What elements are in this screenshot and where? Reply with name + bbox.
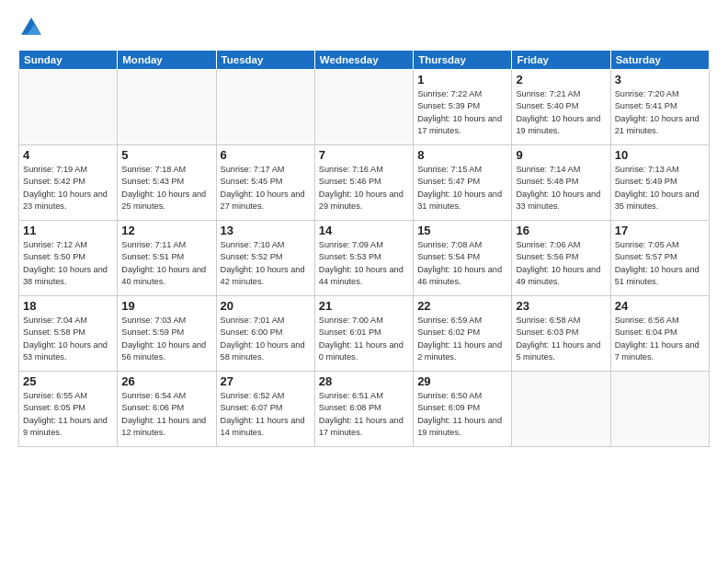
day-number: 4 [23, 148, 113, 162]
weekday-header-wednesday: Wednesday [314, 51, 413, 70]
day-number: 1 [417, 73, 507, 86]
calendar-cell [216, 70, 314, 145]
weekday-header-tuesday: Tuesday [216, 51, 314, 70]
day-number: 22 [417, 299, 507, 313]
calendar-cell: 8Sunrise: 7:15 AM Sunset: 5:47 PM Daylig… [414, 145, 512, 221]
day-info: Sunrise: 7:11 AM Sunset: 5:51 PM Dayligh… [121, 239, 211, 288]
calendar-cell: 28Sunrise: 6:51 AM Sunset: 6:08 PM Dayli… [314, 372, 413, 447]
weekday-header-friday: Friday [512, 51, 610, 70]
day-info: Sunrise: 6:55 AM Sunset: 6:05 PM Dayligh… [23, 390, 113, 439]
day-number: 3 [615, 73, 705, 86]
day-info: Sunrise: 7:22 AM Sunset: 5:39 PM Dayligh… [417, 88, 507, 137]
calendar-cell [512, 372, 610, 447]
day-info: Sunrise: 6:50 AM Sunset: 6:09 PM Dayligh… [417, 390, 507, 439]
calendar-cell: 1Sunrise: 7:22 AM Sunset: 5:39 PM Daylig… [414, 70, 512, 145]
week-row-3: 18Sunrise: 7:04 AM Sunset: 5:58 PM Dayli… [19, 296, 710, 372]
day-number: 12 [121, 224, 211, 237]
day-number: 27 [221, 374, 311, 388]
day-info: Sunrise: 7:01 AM Sunset: 6:00 PM Dayligh… [221, 315, 311, 363]
day-number: 14 [319, 224, 409, 237]
day-info: Sunrise: 7:00 AM Sunset: 6:01 PM Dayligh… [319, 315, 409, 363]
day-info: Sunrise: 7:08 AM Sunset: 5:54 PM Dayligh… [417, 239, 507, 288]
weekday-header-row: SundayMondayTuesdayWednesdayThursdayFrid… [19, 51, 710, 70]
day-number: 20 [221, 299, 311, 313]
day-info: Sunrise: 6:54 AM Sunset: 6:06 PM Dayligh… [121, 390, 211, 439]
week-row-4: 25Sunrise: 6:55 AM Sunset: 6:05 PM Dayli… [19, 372, 710, 447]
day-number: 2 [516, 73, 606, 86]
calendar-cell: 17Sunrise: 7:05 AM Sunset: 5:57 PM Dayli… [610, 221, 709, 296]
day-info: Sunrise: 7:12 AM Sunset: 5:50 PM Dayligh… [23, 239, 113, 288]
day-info: Sunrise: 6:59 AM Sunset: 6:02 PM Dayligh… [417, 315, 507, 363]
calendar-cell: 6Sunrise: 7:17 AM Sunset: 5:45 PM Daylig… [216, 145, 314, 221]
day-number: 11 [23, 224, 113, 237]
day-info: Sunrise: 7:14 AM Sunset: 5:48 PM Dayligh… [516, 164, 606, 213]
day-info: Sunrise: 7:21 AM Sunset: 5:40 PM Dayligh… [516, 88, 606, 137]
day-info: Sunrise: 6:51 AM Sunset: 6:08 PM Dayligh… [319, 390, 409, 439]
weekday-header-saturday: Saturday [610, 51, 709, 70]
calendar-cell: 3Sunrise: 7:20 AM Sunset: 5:41 PM Daylig… [610, 70, 709, 145]
calendar-cell: 20Sunrise: 7:01 AM Sunset: 6:00 PM Dayli… [216, 296, 314, 372]
calendar-cell: 19Sunrise: 7:03 AM Sunset: 5:59 PM Dayli… [118, 296, 216, 372]
calendar-cell: 11Sunrise: 7:12 AM Sunset: 5:50 PM Dayli… [19, 221, 118, 296]
header [18, 15, 710, 40]
calendar-cell [19, 70, 118, 145]
weekday-header-sunday: Sunday [19, 51, 118, 70]
day-info: Sunrise: 7:03 AM Sunset: 5:59 PM Dayligh… [121, 315, 211, 363]
calendar-cell: 21Sunrise: 7:00 AM Sunset: 6:01 PM Dayli… [314, 296, 413, 372]
weekday-header-thursday: Thursday [414, 51, 512, 70]
day-info: Sunrise: 7:10 AM Sunset: 5:52 PM Dayligh… [221, 239, 311, 288]
calendar-cell: 7Sunrise: 7:16 AM Sunset: 5:46 PM Daylig… [314, 145, 413, 221]
day-info: Sunrise: 7:05 AM Sunset: 5:57 PM Dayligh… [615, 239, 705, 288]
day-info: Sunrise: 7:13 AM Sunset: 5:49 PM Dayligh… [615, 164, 705, 213]
day-number: 26 [121, 374, 211, 388]
day-info: Sunrise: 7:20 AM Sunset: 5:41 PM Dayligh… [615, 88, 705, 137]
day-number: 7 [319, 148, 409, 162]
day-number: 10 [615, 148, 705, 162]
page: SundayMondayTuesdayWednesdayThursdayFrid… [0, 0, 728, 563]
day-info: Sunrise: 6:58 AM Sunset: 6:03 PM Dayligh… [516, 315, 606, 363]
calendar-cell: 25Sunrise: 6:55 AM Sunset: 6:05 PM Dayli… [19, 372, 118, 447]
week-row-1: 4Sunrise: 7:19 AM Sunset: 5:42 PM Daylig… [19, 145, 710, 221]
day-number: 6 [221, 148, 311, 162]
calendar-cell: 14Sunrise: 7:09 AM Sunset: 5:53 PM Dayli… [314, 221, 413, 296]
day-info: Sunrise: 6:56 AM Sunset: 6:04 PM Dayligh… [615, 315, 705, 363]
calendar-cell: 4Sunrise: 7:19 AM Sunset: 5:42 PM Daylig… [19, 145, 118, 221]
calendar-cell: 10Sunrise: 7:13 AM Sunset: 5:49 PM Dayli… [610, 145, 709, 221]
calendar-cell: 22Sunrise: 6:59 AM Sunset: 6:02 PM Dayli… [414, 296, 512, 372]
calendar-cell: 9Sunrise: 7:14 AM Sunset: 5:48 PM Daylig… [512, 145, 610, 221]
logo-icon [18, 15, 44, 40]
calendar-cell: 26Sunrise: 6:54 AM Sunset: 6:06 PM Dayli… [118, 372, 216, 447]
day-number: 21 [319, 299, 409, 313]
day-number: 24 [615, 299, 705, 313]
calendar-cell: 24Sunrise: 6:56 AM Sunset: 6:04 PM Dayli… [610, 296, 709, 372]
day-number: 13 [221, 224, 311, 237]
day-number: 28 [319, 374, 409, 388]
calendar-cell: 12Sunrise: 7:11 AM Sunset: 5:51 PM Dayli… [118, 221, 216, 296]
day-number: 23 [516, 299, 606, 313]
day-number: 18 [23, 299, 113, 313]
day-info: Sunrise: 7:06 AM Sunset: 5:56 PM Dayligh… [516, 239, 606, 288]
week-row-2: 11Sunrise: 7:12 AM Sunset: 5:50 PM Dayli… [19, 221, 710, 296]
calendar: SundayMondayTuesdayWednesdayThursdayFrid… [18, 50, 710, 447]
day-info: Sunrise: 7:04 AM Sunset: 5:58 PM Dayligh… [23, 315, 113, 363]
day-number: 25 [23, 374, 113, 388]
weekday-header-monday: Monday [118, 51, 216, 70]
calendar-cell: 13Sunrise: 7:10 AM Sunset: 5:52 PM Dayli… [216, 221, 314, 296]
day-info: Sunrise: 7:17 AM Sunset: 5:45 PM Dayligh… [221, 164, 311, 213]
calendar-cell [118, 70, 216, 145]
day-number: 29 [417, 374, 507, 388]
calendar-cell: 5Sunrise: 7:18 AM Sunset: 5:43 PM Daylig… [118, 145, 216, 221]
calendar-cell: 15Sunrise: 7:08 AM Sunset: 5:54 PM Dayli… [414, 221, 512, 296]
calendar-cell: 18Sunrise: 7:04 AM Sunset: 5:58 PM Dayli… [19, 296, 118, 372]
day-number: 9 [516, 148, 606, 162]
day-number: 19 [121, 299, 211, 313]
week-row-0: 1Sunrise: 7:22 AM Sunset: 5:39 PM Daylig… [19, 70, 710, 145]
logo [18, 15, 48, 40]
day-number: 5 [121, 148, 211, 162]
day-number: 16 [516, 224, 606, 237]
day-number: 17 [615, 224, 705, 237]
calendar-cell: 2Sunrise: 7:21 AM Sunset: 5:40 PM Daylig… [512, 70, 610, 145]
calendar-cell [314, 70, 413, 145]
calendar-cell: 27Sunrise: 6:52 AM Sunset: 6:07 PM Dayli… [216, 372, 314, 447]
calendar-cell: 29Sunrise: 6:50 AM Sunset: 6:09 PM Dayli… [414, 372, 512, 447]
